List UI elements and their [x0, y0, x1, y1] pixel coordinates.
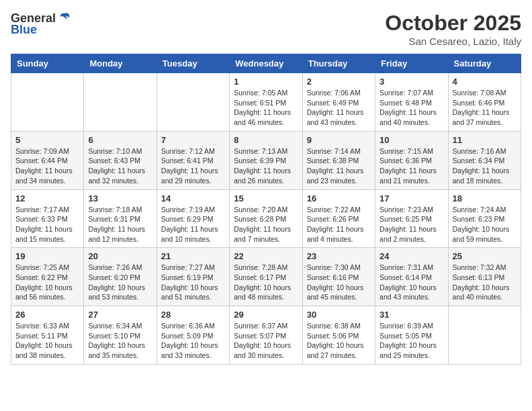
day-number: 5 — [15, 135, 79, 145]
col-thursday: Thursday — [302, 54, 375, 73]
day-info: Sunrise: 7:08 AMSunset: 6:46 PMDaylight:… — [453, 88, 517, 128]
table-row: 31 Sunrise: 6:39 AMSunset: 5:05 PMDaylig… — [375, 306, 448, 365]
day-info: Sunrise: 7:18 AMSunset: 6:31 PMDaylight:… — [88, 205, 152, 244]
day-number: 30 — [307, 310, 371, 320]
day-info: Sunrise: 7:24 AMSunset: 6:23 PMDaylight:… — [453, 205, 517, 244]
day-info: Sunrise: 7:05 AMSunset: 6:51 PMDaylight:… — [234, 88, 298, 128]
month-title: October 2025 — [385, 11, 521, 36]
day-info: Sunrise: 7:27 AMSunset: 6:19 PMDaylight:… — [161, 263, 225, 302]
day-info: Sunrise: 7:19 AMSunset: 6:29 PMDaylight:… — [161, 205, 225, 244]
table-row: 11 Sunrise: 7:16 AMSunset: 6:34 PMDaylig… — [448, 131, 521, 189]
table-row: 6 Sunrise: 7:10 AMSunset: 6:43 PMDayligh… — [84, 131, 157, 189]
table-row: 5 Sunrise: 7:09 AMSunset: 6:44 PMDayligh… — [11, 131, 84, 189]
table-row: 15 Sunrise: 7:20 AMSunset: 6:28 PMDaylig… — [230, 189, 302, 248]
table-row: 10 Sunrise: 7:15 AMSunset: 6:36 PMDaylig… — [375, 131, 448, 189]
table-row: 19 Sunrise: 7:25 AMSunset: 6:22 PMDaylig… — [11, 248, 84, 306]
table-row: 4 Sunrise: 7:08 AMSunset: 6:46 PMDayligh… — [448, 73, 521, 132]
table-row: 14 Sunrise: 7:19 AMSunset: 6:29 PMDaylig… — [157, 189, 229, 248]
table-row: 12 Sunrise: 7:17 AMSunset: 6:33 PMDaylig… — [11, 189, 84, 248]
day-info: Sunrise: 7:13 AMSunset: 6:39 PMDaylight:… — [234, 146, 298, 186]
day-number: 9 — [307, 135, 371, 145]
day-number: 27 — [88, 310, 152, 320]
table-row: 23 Sunrise: 7:30 AMSunset: 6:16 PMDaylig… — [302, 248, 375, 306]
table-row: 2 Sunrise: 7:06 AMSunset: 6:49 PMDayligh… — [302, 73, 375, 132]
day-number: 3 — [380, 77, 443, 87]
col-wednesday: Wednesday — [230, 54, 302, 73]
calendar-week-row: 12 Sunrise: 7:17 AMSunset: 6:33 PMDaylig… — [11, 189, 521, 248]
day-info: Sunrise: 7:22 AMSunset: 6:26 PMDaylight:… — [307, 205, 371, 244]
page-header: General Blue October 2025 San Cesareo, L… — [11, 11, 521, 47]
day-number: 1 — [234, 77, 298, 87]
calendar-week-row: 1 Sunrise: 7:05 AMSunset: 6:51 PMDayligh… — [11, 73, 521, 132]
day-number: 4 — [453, 77, 517, 87]
col-monday: Monday — [84, 54, 157, 73]
day-number: 24 — [380, 251, 443, 261]
col-saturday: Saturday — [448, 54, 521, 73]
day-number: 17 — [380, 193, 443, 203]
day-number: 19 — [15, 251, 79, 261]
day-info: Sunrise: 7:16 AMSunset: 6:34 PMDaylight:… — [453, 146, 517, 186]
day-number: 11 — [453, 135, 517, 145]
logo-text-blue: Blue — [11, 23, 37, 37]
day-number: 13 — [88, 193, 152, 203]
table-row: 16 Sunrise: 7:22 AMSunset: 6:26 PMDaylig… — [302, 189, 375, 248]
calendar-header-row: Sunday Monday Tuesday Wednesday Thursday… — [11, 54, 521, 73]
day-number: 10 — [380, 135, 443, 145]
day-number: 23 — [307, 251, 371, 261]
day-info: Sunrise: 7:28 AMSunset: 6:17 PMDaylight:… — [234, 263, 298, 302]
table-row: 20 Sunrise: 7:26 AMSunset: 6:20 PMDaylig… — [84, 248, 157, 306]
day-info: Sunrise: 6:38 AMSunset: 5:06 PMDaylight:… — [307, 321, 371, 361]
table-row: 9 Sunrise: 7:14 AMSunset: 6:38 PMDayligh… — [302, 131, 375, 189]
day-info: Sunrise: 7:26 AMSunset: 6:20 PMDaylight:… — [88, 263, 152, 302]
col-tuesday: Tuesday — [157, 54, 229, 73]
col-sunday: Sunday — [11, 54, 84, 73]
table-row: 24 Sunrise: 7:31 AMSunset: 6:14 PMDaylig… — [375, 248, 448, 306]
table-row: 18 Sunrise: 7:24 AMSunset: 6:23 PMDaylig… — [448, 189, 521, 248]
table-row — [84, 73, 157, 132]
table-row: 28 Sunrise: 6:36 AMSunset: 5:09 PMDaylig… — [157, 306, 229, 365]
table-row: 22 Sunrise: 7:28 AMSunset: 6:17 PMDaylig… — [230, 248, 302, 306]
table-row — [11, 73, 84, 132]
col-friday: Friday — [375, 54, 448, 73]
day-info: Sunrise: 7:12 AMSunset: 6:41 PMDaylight:… — [161, 146, 225, 186]
table-row: 13 Sunrise: 7:18 AMSunset: 6:31 PMDaylig… — [84, 189, 157, 248]
day-info: Sunrise: 7:30 AMSunset: 6:16 PMDaylight:… — [307, 263, 371, 302]
day-info: Sunrise: 7:23 AMSunset: 6:25 PMDaylight:… — [380, 205, 443, 244]
day-number: 25 — [453, 251, 517, 261]
day-info: Sunrise: 6:37 AMSunset: 5:07 PMDaylight:… — [234, 321, 298, 361]
day-number: 18 — [453, 193, 517, 203]
day-number: 12 — [15, 193, 79, 203]
day-info: Sunrise: 7:09 AMSunset: 6:44 PMDaylight:… — [15, 146, 79, 186]
table-row: 7 Sunrise: 7:12 AMSunset: 6:41 PMDayligh… — [157, 131, 229, 189]
day-number: 7 — [161, 135, 225, 145]
table-row: 21 Sunrise: 7:27 AMSunset: 6:19 PMDaylig… — [157, 248, 229, 306]
day-number: 22 — [234, 251, 298, 261]
day-info: Sunrise: 6:36 AMSunset: 5:09 PMDaylight:… — [161, 321, 225, 361]
day-info: Sunrise: 7:17 AMSunset: 6:33 PMDaylight:… — [15, 205, 79, 244]
day-info: Sunrise: 7:31 AMSunset: 6:14 PMDaylight:… — [380, 263, 443, 302]
day-info: Sunrise: 7:25 AMSunset: 6:22 PMDaylight:… — [15, 263, 79, 302]
table-row: 30 Sunrise: 6:38 AMSunset: 5:06 PMDaylig… — [302, 306, 375, 365]
day-info: Sunrise: 6:39 AMSunset: 5:05 PMDaylight:… — [380, 321, 443, 361]
day-info: Sunrise: 6:34 AMSunset: 5:10 PMDaylight:… — [88, 321, 152, 361]
calendar-week-row: 26 Sunrise: 6:33 AMSunset: 5:11 PMDaylig… — [11, 306, 521, 365]
logo-bird-icon — [57, 11, 72, 26]
day-info: Sunrise: 6:33 AMSunset: 5:11 PMDaylight:… — [15, 321, 79, 361]
table-row: 17 Sunrise: 7:23 AMSunset: 6:25 PMDaylig… — [375, 189, 448, 248]
table-row: 3 Sunrise: 7:07 AMSunset: 6:48 PMDayligh… — [375, 73, 448, 132]
day-info: Sunrise: 7:07 AMSunset: 6:48 PMDaylight:… — [380, 88, 443, 128]
day-info: Sunrise: 7:32 AMSunset: 6:13 PMDaylight:… — [453, 263, 517, 302]
day-number: 6 — [88, 135, 152, 145]
day-info: Sunrise: 7:10 AMSunset: 6:43 PMDaylight:… — [88, 146, 152, 186]
table-row: 1 Sunrise: 7:05 AMSunset: 6:51 PMDayligh… — [230, 73, 302, 132]
day-info: Sunrise: 7:14 AMSunset: 6:38 PMDaylight:… — [307, 146, 371, 186]
table-row: 27 Sunrise: 6:34 AMSunset: 5:10 PMDaylig… — [84, 306, 157, 365]
day-number: 14 — [161, 193, 225, 203]
day-number: 26 — [15, 310, 79, 320]
logo: General Blue — [11, 11, 72, 37]
day-number: 31 — [380, 310, 443, 320]
table-row: 29 Sunrise: 6:37 AMSunset: 5:07 PMDaylig… — [230, 306, 302, 365]
table-row — [157, 73, 229, 132]
day-number: 28 — [161, 310, 225, 320]
table-row — [448, 306, 521, 365]
